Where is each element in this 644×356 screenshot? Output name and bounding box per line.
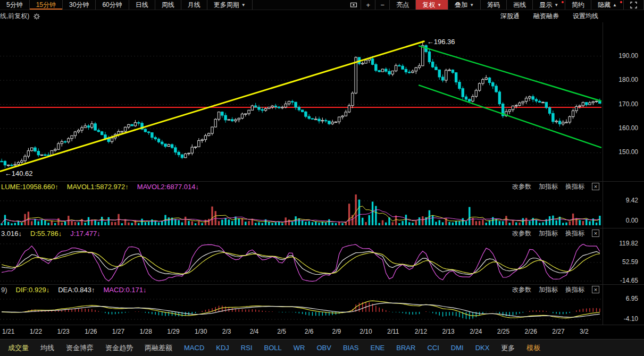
tab-volume[interactable]: 成交量	[2, 343, 35, 353]
kdj-axis-label: 52.59	[609, 258, 638, 266]
sz-connect-link[interactable]: 深股通	[500, 12, 520, 21]
mavol1-value: MAVOL1:5872.972↑	[67, 183, 129, 191]
macd-chart[interactable]	[0, 294, 603, 325]
kdj-panel-header: 3.016↓ D:55.786↓ J:17.477↓ 改参数 加指标 换指标 ×	[0, 228, 603, 238]
margin-trading-link[interactable]: 融资融券	[533, 12, 559, 21]
edit-params-link[interactable]: 改参数	[512, 229, 531, 238]
main-axis-label: 190.00	[609, 52, 638, 60]
date-label-1-27: 1/27	[112, 328, 124, 335]
close-panel-icon[interactable]: ×	[592, 286, 599, 293]
date-label-1-22: 1/22	[30, 328, 42, 335]
new-feature-dot	[562, 1, 564, 3]
volume-panel-header: LUME:10958.660↑ MAVOL1:5872.972↑ MAVOL2:…	[0, 182, 603, 191]
ma-settings-link[interactable]: 设置均线	[573, 12, 598, 21]
date-label-1-28: 1/28	[140, 328, 152, 335]
toolbar-icon-group: +−	[347, 0, 390, 10]
tool-button-simple[interactable]: 简约	[565, 0, 591, 10]
tab-ma[interactable]: 均线	[35, 343, 60, 353]
screenshot-icon[interactable]	[347, 0, 361, 10]
add-indicator-link[interactable]: 加指标	[539, 229, 558, 238]
macd-panel-actions: 改参数 加指标 换指标 ×	[512, 285, 599, 294]
switch-indicator-link[interactable]: 换指标	[565, 285, 584, 294]
date-label-3-2: 3/2	[580, 328, 589, 335]
tool-button-adjust-price[interactable]: 复权▼	[416, 0, 448, 10]
period-tab-5min[interactable]: 5分钟	[0, 0, 30, 10]
tool-button-display[interactable]: 显示▼	[533, 0, 565, 10]
date-label-2-3: 2/3	[222, 328, 231, 335]
tool-button-hide[interactable]: 隐藏▲	[591, 0, 624, 10]
period-tab-day[interactable]: 日线	[129, 0, 155, 10]
switch-indicator-link[interactable]: 换指标	[565, 229, 584, 238]
dropdown-caret-icon: ▼	[470, 3, 474, 7]
macd-panel-header: 9) DIF:0.929↓ DEA:0.843↑ MACD:0.171↓ 改参数…	[0, 285, 603, 294]
edit-params-link[interactable]: 改参数	[512, 182, 531, 191]
date-label-2-26: 2/26	[525, 328, 537, 335]
tab-dmi[interactable]: DMI	[445, 344, 470, 352]
macd-value: MACD:0.171↓	[104, 286, 147, 294]
tab-more[interactable]: 更多	[495, 343, 521, 353]
add-indicator-link[interactable]: 加指标	[539, 182, 558, 191]
tab-capital-trend[interactable]: 资金趋势	[99, 343, 139, 353]
edit-params-link[interactable]: 改参数	[512, 285, 531, 294]
svg-text:←140.62: ←140.62	[5, 169, 33, 177]
switch-indicator-link[interactable]: 换指标	[565, 182, 584, 191]
fullscreen-glyph	[630, 2, 637, 9]
new-feature-dot	[620, 1, 622, 3]
tab-capital-game[interactable]: 资金博弈	[60, 343, 99, 353]
kdj-axis-label: -14.65	[609, 277, 638, 284]
date-label-2-10: 2/10	[359, 328, 372, 335]
dropdown-caret-icon: ▲	[613, 3, 617, 7]
zoom-in-icon[interactable]: +	[361, 0, 375, 10]
x-axis-dates: 1/211/221/231/261/271/281/291/302/32/42/…	[0, 327, 603, 338]
gear-icon[interactable]	[33, 13, 40, 20]
close-panel-icon[interactable]: ×	[592, 183, 599, 190]
volume-chart[interactable]	[0, 191, 603, 228]
close-panel-icon[interactable]: ×	[592, 230, 599, 237]
period-tab-60min[interactable]: 60分钟	[96, 0, 129, 10]
tab-cci[interactable]: CCI	[421, 344, 445, 352]
dropdown-caret-icon: ▼	[241, 3, 246, 7]
main-axis-label: 150.00	[609, 148, 638, 156]
period-tab-week[interactable]: 周线	[155, 0, 181, 10]
period-tab-30min[interactable]: 30分钟	[63, 0, 96, 10]
top-toolbar: 5分钟15分钟30分钟60分钟日线周线月线更多周期▼ +− 亮点复权▼叠加▼筹码…	[0, 0, 644, 10]
date-label-2-24: 2/24	[470, 328, 482, 335]
chart-type-label: 线,前复权)	[0, 12, 29, 21]
tab-ene[interactable]: ENE	[365, 344, 391, 352]
tab-rsi[interactable]: RSI	[235, 344, 258, 352]
tab-brar[interactable]: BRAR	[390, 344, 421, 352]
date-label-2-27: 2/27	[552, 328, 564, 335]
tool-button-chips[interactable]: 筹码	[481, 0, 507, 10]
date-label-1-21: 1/21	[2, 328, 14, 335]
zoom-out-icon[interactable]: −	[375, 0, 390, 10]
period-tab-month[interactable]: 月线	[181, 0, 207, 10]
subheader-links: 深股通融资融券设置均线	[500, 12, 598, 21]
date-label-2-25: 2/25	[497, 328, 509, 335]
volume-value: LUME:10958.660↑	[1, 183, 58, 191]
period-tab-more-periods[interactable]: 更多周期▼	[207, 0, 253, 10]
tab-bias[interactable]: BIAS	[337, 344, 365, 352]
tab-boll[interactable]: BOLL	[258, 344, 288, 352]
date-label-1-26: 1/26	[85, 328, 97, 335]
kdj-panel-actions: 改参数 加指标 换指标 ×	[512, 229, 599, 238]
tab-template[interactable]: 模板	[521, 343, 546, 353]
tool-button-draw-line[interactable]: 画线	[507, 0, 533, 10]
add-indicator-link[interactable]: 加指标	[539, 285, 558, 294]
main-candlestick-chart[interactable]: ←140.62←196.36	[0, 22, 603, 182]
tool-button-highlights[interactable]: 亮点	[390, 0, 416, 10]
tab-margin-diff[interactable]: 两融差额	[139, 343, 178, 353]
svg-text:←196.36: ←196.36	[427, 38, 455, 46]
tab-obv[interactable]: OBV	[311, 344, 337, 352]
tab-kdj[interactable]: KDJ	[210, 344, 235, 352]
fullscreen-icon[interactable]	[624, 0, 644, 10]
tool-button-overlay[interactable]: 叠加▼	[448, 0, 481, 10]
volume-axis-label: 9.42	[609, 197, 638, 204]
stock-trading-app: { "colors":{"up":"#e8e8e8","down":"#00d2…	[0, 0, 644, 356]
macd-params-label: 9)	[1, 286, 7, 294]
tab-dkx[interactable]: DKX	[470, 344, 496, 352]
kdj-chart[interactable]	[0, 238, 603, 285]
tab-wr[interactable]: WR	[288, 344, 311, 352]
macd-dea-value: DEA:0.843↑	[58, 286, 95, 294]
period-tab-15min[interactable]: 15分钟	[30, 0, 63, 10]
tab-macd[interactable]: MACD	[178, 344, 210, 352]
